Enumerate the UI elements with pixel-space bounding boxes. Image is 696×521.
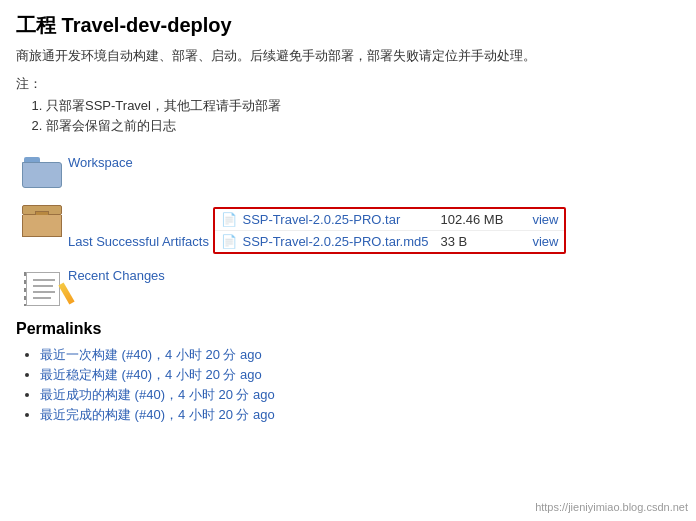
permalink-item-1: 最近稳定构建 (#40)，4 小时 20 分 ago	[40, 366, 680, 384]
workspace-link[interactable]: Workspace	[68, 155, 133, 170]
permalink-link-1[interactable]: 最近稳定构建 (#40)，4 小时 20 分 ago	[40, 367, 262, 382]
page-title: 工程 Travel-dev-deploy	[16, 12, 680, 39]
artifact-size-1: 102.46 MB	[440, 212, 520, 227]
notes-item-1: 只部署SSP-Travel，其他工程请手动部署	[46, 97, 680, 115]
recent-changes-link[interactable]: Recent Changes	[68, 268, 165, 283]
artifacts-icon-area	[16, 205, 68, 241]
artifact-size-2: 33 B	[440, 234, 520, 249]
file-icon-1: 📄	[221, 212, 237, 227]
permalink-item-3: 最近完成的构建 (#40)，4 小时 20 分 ago	[40, 406, 680, 424]
workspace-content: Workspace	[68, 155, 680, 170]
artifacts-table: 📄 SSP-Travel-2.0.25-PRO.tar 102.46 MB vi…	[213, 207, 567, 254]
permalinks-title: Permalinks	[16, 320, 680, 338]
permalink-link-0[interactable]: 最近一次构建 (#40)，4 小时 20 分 ago	[40, 347, 262, 362]
workspace-icon-area	[16, 157, 68, 189]
recent-changes-content: Recent Changes	[68, 268, 680, 283]
permalink-link-2[interactable]: 最近成功的构建 (#40)，4 小时 20 分 ago	[40, 387, 275, 402]
notes-list: 只部署SSP-Travel，其他工程请手动部署 部署会保留之前的日志	[46, 97, 680, 135]
archive-icon	[22, 205, 62, 241]
permalink-link-3[interactable]: 最近完成的构建 (#40)，4 小时 20 分 ago	[40, 407, 275, 422]
artifacts-content: Last Successful Artifacts 📄 SSP-Travel-2…	[68, 203, 680, 254]
permalink-item-0: 最近一次构建 (#40)，4 小时 20 分 ago	[40, 346, 680, 364]
permalinks-list: 最近一次构建 (#40)，4 小时 20 分 ago 最近稳定构建 (#40)，…	[40, 346, 680, 424]
artifact-row-1: 📄 SSP-Travel-2.0.25-PRO.tar 102.46 MB vi…	[215, 209, 565, 231]
notes-section: 注： 只部署SSP-Travel，其他工程请手动部署 部署会保留之前的日志	[16, 75, 680, 135]
notes-label: 注：	[16, 76, 42, 91]
file-icon-2: 📄	[221, 234, 237, 249]
artifact-view-2[interactable]: view	[532, 234, 558, 249]
notepad-icon	[24, 270, 60, 306]
folder-icon	[22, 157, 62, 189]
artifacts-section: Last Successful Artifacts 📄 SSP-Travel-2…	[16, 203, 680, 254]
recent-changes-icon-area	[16, 270, 68, 306]
subtitle: 商旅通开发环境自动构建、部署、启动。后续避免手动部署，部署失败请定位并手动处理。	[16, 47, 680, 65]
artifact-row-2: 📄 SSP-Travel-2.0.25-PRO.tar.md5 33 B vie…	[215, 231, 565, 252]
recent-changes-section: Recent Changes	[16, 268, 680, 306]
artifacts-link[interactable]: Last Successful Artifacts	[68, 234, 209, 249]
permalink-item-2: 最近成功的构建 (#40)，4 小时 20 分 ago	[40, 386, 680, 404]
workspace-section: Workspace	[16, 155, 680, 189]
artifact-name-2[interactable]: SSP-Travel-2.0.25-PRO.tar.md5	[243, 234, 429, 249]
notes-item-2: 部署会保留之前的日志	[46, 117, 680, 135]
artifact-name-1[interactable]: SSP-Travel-2.0.25-PRO.tar	[243, 212, 429, 227]
artifact-view-1[interactable]: view	[532, 212, 558, 227]
